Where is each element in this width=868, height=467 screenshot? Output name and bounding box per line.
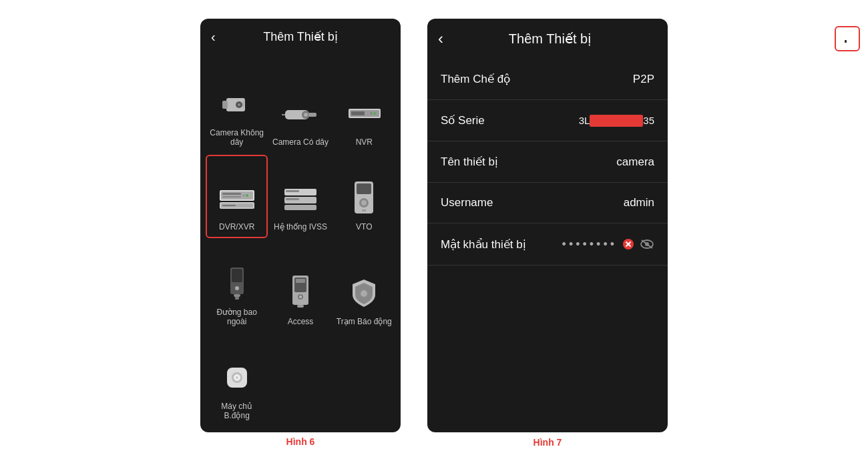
- svg-rect-24: [222, 205, 236, 206]
- dvr-icon: [218, 178, 255, 218]
- vto-icon: [351, 178, 377, 218]
- outdoor-sensor-icon: [225, 264, 248, 304]
- field-label-mat-khau: Mật khẩu thiết bị: [441, 238, 526, 252]
- password-dots: ••••••••: [562, 238, 617, 252]
- svg-point-37: [235, 286, 239, 290]
- access-device-icon: [290, 273, 311, 313]
- device-item-access[interactable]: Access: [269, 240, 331, 333]
- device-item-camera-khong-day[interactable]: Camera Không dây: [206, 60, 268, 153]
- svg-rect-39: [235, 297, 239, 300]
- svg-point-50: [236, 376, 238, 379]
- svg-rect-45: [297, 305, 304, 308]
- device-item-dvr-xvr[interactable]: DVR/XVR: [206, 155, 268, 239]
- left-screen-header: ‹ Thêm Thiết bị: [200, 19, 401, 55]
- device-label-duong-bao-ngoai: Đường bao ngoài: [208, 308, 265, 326]
- svg-rect-27: [284, 205, 316, 210]
- svg-rect-36: [232, 269, 242, 282]
- left-screen-title: Thêm Thiết bị: [263, 29, 338, 44]
- device-label-camera-co-day: Camera Có dây: [272, 137, 329, 147]
- left-phone-screen: ‹ Thêm Thiết bị: [200, 19, 401, 432]
- device-item-duong-bao-ngoai[interactable]: Đường bao ngoài: [206, 240, 268, 333]
- device-label-may-chu-bdong: Máy chủ B.động: [208, 402, 265, 420]
- ivss-icon: [282, 178, 318, 218]
- serial-suffix: 35: [643, 115, 654, 126]
- svg-rect-42: [296, 279, 305, 283]
- device-grid: Camera Không dây Camera Có dây: [200, 55, 401, 432]
- field-label-username: Username: [441, 196, 493, 209]
- right-screen-title: Thêm Thiết bị: [443, 31, 657, 47]
- alarm-station-icon: [347, 273, 381, 313]
- svg-rect-28: [286, 190, 299, 192]
- svg-rect-5: [244, 99, 245, 102]
- svg-rect-18: [222, 193, 241, 195]
- field-value-ten-thiet-bi: camera: [616, 155, 654, 169]
- svg-point-46: [361, 290, 367, 297]
- field-label-ten-thiet-bi: Tên thiết bị: [441, 155, 498, 169]
- svg-rect-9: [308, 113, 316, 117]
- field-label-them-che-do: Thêm Chế độ: [441, 72, 510, 86]
- svg-rect-13: [351, 111, 365, 115]
- svg-rect-19: [222, 196, 241, 197]
- field-value-mat-khau-wrapper: ••••••••: [562, 237, 654, 252]
- field-username[interactable]: Username admin: [427, 183, 668, 223]
- svg-point-21: [242, 194, 245, 197]
- right-phone-screen: ‹ Thêm Thiết bị Thêm Chế độ P2P Số Seri: [427, 19, 668, 432]
- svg-rect-31: [357, 183, 371, 194]
- svg-rect-4: [242, 102, 244, 107]
- device-label-tram-bao-dong: Trạm Báo động: [337, 317, 392, 326]
- device-label-vto: VTO: [356, 222, 372, 231]
- field-them-che-do[interactable]: Thêm Chế độ P2P: [427, 59, 668, 100]
- nvr-icon: [346, 93, 383, 133]
- device-item-may-chu-bdong[interactable]: Máy chủ B.động: [206, 334, 268, 428]
- svg-rect-34: [362, 209, 366, 211]
- svg-point-44: [299, 296, 302, 298]
- svg-point-20: [246, 194, 248, 197]
- toggle-password-visibility-icon[interactable]: [640, 237, 654, 252]
- device-item-vto[interactable]: VTO: [333, 155, 395, 239]
- right-caption: Hình 7: [533, 437, 562, 448]
- device-item-nvr[interactable]: NVR: [333, 60, 395, 153]
- device-label-nvr: NVR: [356, 137, 373, 147]
- field-value-them-che-do: P2P: [633, 73, 654, 86]
- device-label-ivss: Hệ thống IVSS: [274, 222, 327, 231]
- server-device-icon: [220, 358, 254, 398]
- device-label-dvr-xvr: DVR/XVR: [219, 222, 254, 231]
- bullet-camera-icon: [282, 93, 318, 133]
- device-label-camera-khong-day: Camera Không dây: [208, 128, 265, 147]
- field-value-username: admin: [624, 196, 654, 209]
- svg-rect-29: [286, 198, 299, 200]
- wifi-camera-icon: [218, 84, 255, 124]
- field-mat-khau[interactable]: Mật khẩu thiết bị ••••••••: [427, 223, 668, 266]
- device-item-ivss[interactable]: Hệ thống IVSS: [269, 155, 331, 239]
- field-label-so-serie: Số Serie: [441, 113, 485, 127]
- svg-point-14: [373, 112, 376, 115]
- field-ten-thiet-bi[interactable]: Tên thiết bị camera: [427, 141, 668, 183]
- svg-point-3: [238, 103, 240, 106]
- svg-rect-1: [222, 101, 228, 109]
- field-so-serie[interactable]: Số Serie 3L35: [427, 100, 668, 141]
- right-back-button[interactable]: ‹: [438, 29, 443, 48]
- field-value-so-serie: 3L35: [579, 114, 654, 127]
- left-caption: Hình 6: [200, 436, 401, 447]
- serial-redacted: [590, 115, 643, 127]
- svg-point-15: [370, 112, 373, 115]
- clear-password-icon[interactable]: [621, 237, 636, 252]
- serial-prefix: 3L: [579, 115, 590, 126]
- left-back-button[interactable]: ‹: [211, 29, 216, 45]
- svg-rect-38: [234, 294, 240, 297]
- right-screen-header: ‹ Thêm Thiết bị: [427, 19, 668, 59]
- device-item-camera-co-day[interactable]: Camera Có dây: [269, 60, 331, 153]
- device-label-access: Access: [288, 317, 314, 326]
- device-item-tram-bao-dong[interactable]: Trạm Báo động: [333, 240, 395, 333]
- svg-point-8: [304, 113, 308, 117]
- svg-point-33: [361, 200, 367, 205]
